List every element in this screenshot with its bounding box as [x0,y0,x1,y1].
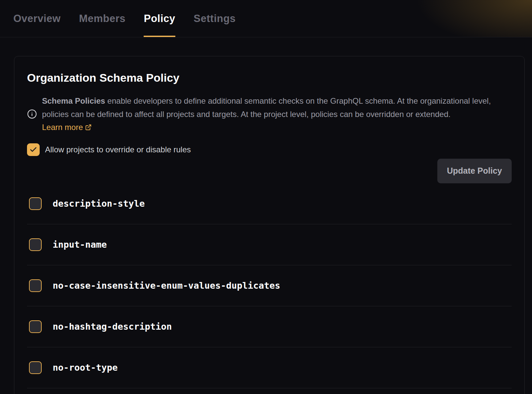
tab-overview-label: Overview [13,13,61,25]
policy-description: Schema Policies enable developers to def… [27,94,512,134]
rule-checkbox[interactable] [29,320,42,333]
info-icon [27,109,37,119]
policy-description-text: Schema Policies enable developers to def… [42,94,502,134]
tab-bar: Overview Members Policy Settings [0,0,532,37]
description-intro: Schema Policies [42,96,105,105]
learn-more-label: Learn more [42,123,83,132]
rule-name: input-name [53,239,107,250]
rule-checkbox[interactable] [29,238,42,251]
schema-policy-card: Organization Schema Policy Schema Polici… [14,56,525,394]
rule-name: no-root-type [53,362,118,373]
tab-overview[interactable]: Overview [13,0,61,37]
rule-name: no-hashtag-description [53,321,172,332]
rule-row-no-root-type[interactable]: no-root-type [27,347,512,388]
tab-settings[interactable]: Settings [194,0,236,37]
rule-name: no-case-insensitive-enum-values-duplicat… [53,280,280,291]
check-icon [29,146,37,154]
tab-members-label: Members [79,13,126,25]
description-body: enable developers to define additional s… [42,96,491,119]
rule-row-no-hashtag-description[interactable]: no-hashtag-description [27,306,512,347]
org-tabs: Overview Members Policy Settings [13,0,236,37]
checkbox-checked-icon[interactable] [27,143,40,156]
rule-row-input-name[interactable]: input-name [27,224,512,265]
rule-checkbox[interactable] [29,361,42,374]
allow-override-label: Allow projects to override or disable ru… [45,145,191,154]
button-row: Update Policy [27,159,512,183]
rule-row-description-style[interactable]: description-style [27,183,512,224]
update-policy-button[interactable]: Update Policy [437,159,512,183]
tab-members[interactable]: Members [79,0,126,37]
policy-rules-list: description-style input-name no-case-ins… [27,183,512,388]
rule-name: description-style [53,198,145,209]
policy-page: Organization Schema Policy Schema Polici… [0,37,532,394]
external-link-icon [85,124,92,131]
page-title: Organization Schema Policy [27,71,512,84]
tab-settings-label: Settings [194,13,236,25]
learn-more-link[interactable]: Learn more [42,123,92,132]
tab-policy-label: Policy [144,13,175,25]
rule-row-no-case-insensitive-enum-values-duplicates[interactable]: no-case-insensitive-enum-values-duplicat… [27,265,512,306]
rule-checkbox[interactable] [29,279,42,292]
rule-checkbox[interactable] [29,197,42,210]
tab-policy[interactable]: Policy [144,0,175,37]
allow-override-checkbox[interactable]: Allow projects to override or disable ru… [27,143,191,156]
